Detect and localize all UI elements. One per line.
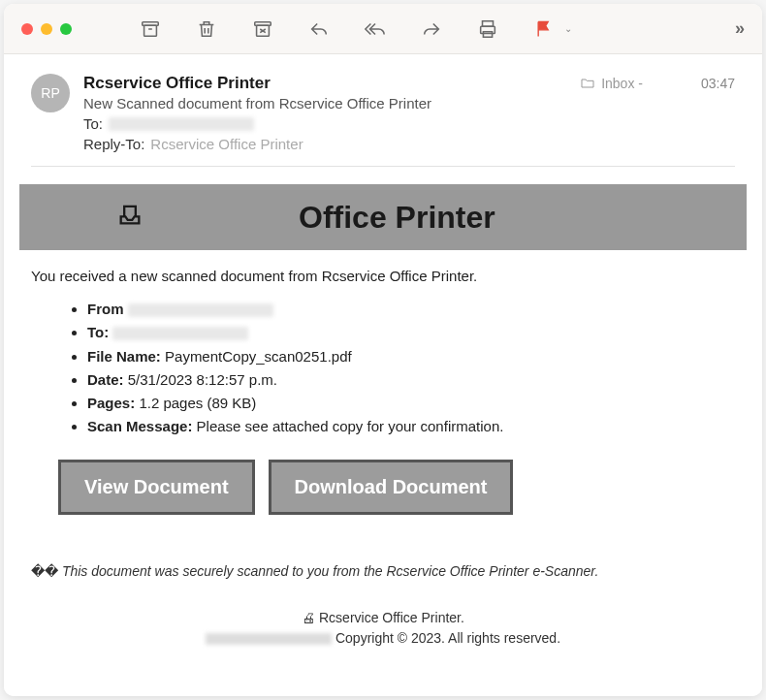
sender-name: Rcservice Office Printer [83,74,580,93]
reply-to-label: Reply-To: [83,136,144,152]
titlebar: ⌄ » [4,4,762,54]
banner-title: Office Printer [299,200,495,236]
flag-icon[interactable] [533,18,555,40]
folder-icon [580,76,595,91]
close-window-button[interactable] [21,23,33,35]
reply-all-icon[interactable] [365,18,386,40]
reply-icon[interactable] [308,18,330,40]
flag-dropdown-icon[interactable]: ⌄ [564,23,572,34]
detail-file: File Name: PaymentCopy_scan0251.pdf [87,345,735,367]
expand-toolbar-icon[interactable]: » [735,18,745,39]
svg-rect-11 [483,31,492,37]
email-subject: New Scanned document from Rcservice Offi… [83,95,735,111]
email-header: RP Rcservice Office Printer Inbox - 03:4… [31,74,735,152]
footer-note: �� This document was securely scanned to… [31,563,735,579]
header-divider [31,166,735,167]
to-label: To: [83,115,103,132]
toolbar: ⌄ » [140,18,745,40]
archive-icon[interactable] [140,18,161,40]
signature-line-1: 🖨 Rcservice Office Printer. [31,608,735,628]
print-icon[interactable] [477,18,498,40]
view-document-button[interactable]: View Document [58,460,255,515]
to-line: To: [83,115,735,132]
folder-text: Inbox - [601,76,643,91]
folder-label: Inbox - [580,76,643,91]
svg-rect-9 [483,20,494,26]
details-list: From To: File Name: PaymentCopy_scan0251… [31,298,735,438]
detail-scanmsg: Scan Message: Please see attached copy f… [87,415,735,437]
intro-text: You received a new scanned document from… [31,268,735,284]
signature-line-2: Copyright © 2023. All rights reserved. [31,628,735,649]
junk-icon[interactable] [252,18,273,40]
avatar: RP [31,74,70,112]
to-value-redacted [109,117,254,131]
detail-date: Date: 5/31/2023 8:12:57 p.m. [87,368,735,391]
from-redacted [128,303,273,317]
reply-to-value: Rcservice Office Printer [150,136,303,152]
maximize-window-button[interactable] [60,23,72,35]
signature-redacted [206,633,332,645]
detail-pages: Pages: 1.2 pages (89 KB) [87,392,735,414]
detail-to: To: [87,321,735,343]
to-redacted [112,327,248,340]
reply-to-line: Reply-To: Rcservice Office Printer [83,136,735,152]
email-content: RP Rcservice Office Printer Inbox - 03:4… [4,54,762,696]
received-time: 03:47 [701,76,735,91]
minimize-window-button[interactable] [41,23,52,35]
banner: Office Printer [19,184,747,250]
svg-rect-1 [144,25,157,36]
detail-from: From [87,298,735,320]
diamond-prefix: �� [31,563,62,579]
email-window: ⌄ » RP Rcservice Office Printer Inbox - … [4,4,762,696]
tray-icon [116,201,144,235]
download-document-button[interactable]: Download Document [269,460,514,515]
traffic-lights [21,23,72,35]
signature: 🖨 Rcservice Office Printer. Copyright © … [31,608,735,649]
trash-icon[interactable] [196,18,217,40]
forward-icon[interactable] [421,18,442,40]
button-row: View Document Download Document [58,460,735,515]
